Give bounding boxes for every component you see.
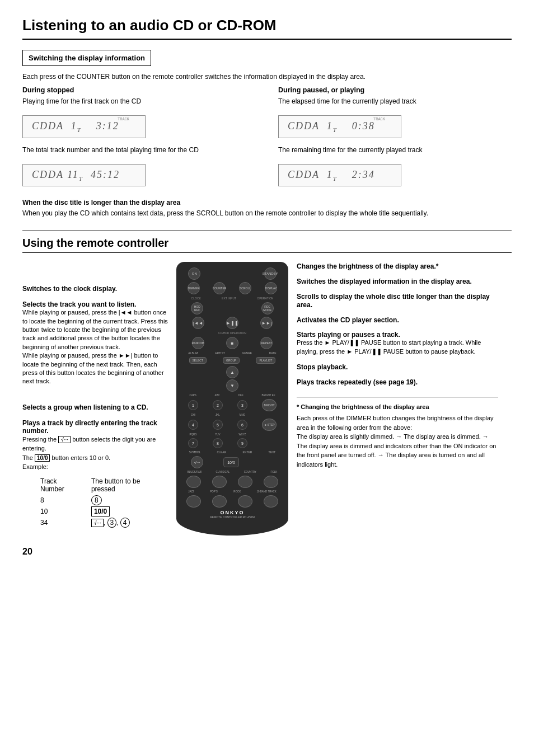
play-pause-button[interactable]: ►❚❚ <box>226 317 238 329</box>
remote-row-jazz-btns <box>181 495 284 508</box>
direct-track-label: Plays a track by directly entering the t… <box>22 419 168 435</box>
blues-button[interactable] <box>186 476 201 488</box>
remote-row-blues: BLUES/R&BCLASSICALCOUNTRYFOLK <box>181 471 284 473</box>
random-button[interactable]: RANDOM <box>192 337 204 349</box>
brightness-label: Changes the brightness of the display ar… <box>297 262 438 270</box>
select-track-annotation: Selects the track you want to listen. Wh… <box>22 300 168 386</box>
on-button[interactable]: ON <box>188 267 200 280</box>
page-title: Listening to an audio CD or CD-ROM <box>22 17 512 40</box>
standby-button[interactable]: STANDBY <box>264 267 277 280</box>
num-9-button[interactable]: 9 <box>237 438 247 448</box>
during-paused-heading: During paused, or playing <box>278 86 512 94</box>
direct-track-annotation: Plays a track by directly entering the t… <box>22 419 168 529</box>
dimmer-button[interactable]: DIMMER <box>188 282 200 294</box>
section-divider <box>22 231 512 231</box>
bright-button[interactable]: BRIGHT <box>262 399 277 411</box>
brand-label: ONKYO <box>181 510 284 515</box>
pops-button[interactable] <box>212 495 227 508</box>
remote-right-annotations: Changes the brightness of the display ar… <box>297 262 498 536</box>
remote-row-play: |◄◄ ►❚❚ ►►| <box>181 317 284 329</box>
remote-controller-section: Using the remote controller Switches to … <box>22 237 512 536</box>
track-col-number-header: Track Number <box>40 476 90 494</box>
direct-track-text: Pressing the ·/··· button selects the di… <box>22 435 168 472</box>
during-paused-desc2: The remaining time for the currently pla… <box>278 145 512 155</box>
num-8-button[interactable]: 8 <box>213 438 223 448</box>
remote-row-nav: ▲ ▼ <box>181 366 284 392</box>
activate-cd-annotation: Activates the CD player section. <box>297 316 498 324</box>
select-group-annotation: Selects a group when listening to a CD. <box>22 403 168 411</box>
remote-row-0: ·/··· 10/0 <box>181 456 284 468</box>
bandtrack-button[interactable] <box>264 495 278 508</box>
next-button[interactable]: ►►| <box>260 317 273 329</box>
num-6-button[interactable]: 6 <box>237 420 247 430</box>
brand-sub: REMOTE CONTROLLER RC-451M <box>181 515 284 519</box>
rec-mode-button[interactable]: REC MODE <box>261 302 274 314</box>
page-number: 20 <box>22 547 512 557</box>
display-text-stopped-2: CDDA 11T 45:12 <box>32 169 120 180</box>
during-stopped-desc2: The total track number and the total pla… <box>22 145 256 155</box>
num-7-button[interactable]: 7 <box>188 438 198 448</box>
select-button[interactable]: SELECT <box>189 357 207 364</box>
during-paused-desc1: The elapsed time for the currently playe… <box>278 96 512 106</box>
scroll-annotation: Scrolls to display the whole disc title … <box>297 292 498 309</box>
switching-display-box: Switching the display information <box>22 50 151 66</box>
remote-row-cdhdd: CD/HDD OPERATION <box>181 331 284 335</box>
display-text-paused-1: CDDA 1T 0:38 <box>288 120 375 132</box>
repeat-button[interactable]: REPEAT <box>260 337 273 349</box>
remote-row-rec: HOD REC REC MODE <box>181 302 284 314</box>
down-button[interactable]: ▼ <box>226 379 238 392</box>
remote-row-pqrs: PQRS TUV WXYZ <box>181 433 284 436</box>
up-button[interactable]: ▲ <box>226 366 238 378</box>
clock-display-annotation: Switches to the clock display. <box>22 284 168 293</box>
display-box-paused-2: CDDA 1T 2:34 <box>278 164 401 187</box>
switching-display-body: Each press of the COUNTER button on the … <box>22 72 512 82</box>
play-pause-text: Press the ► PLAY/❚❚ PAUSE button to star… <box>297 339 498 356</box>
remote-row-123: 1 2 3 BRIGHT <box>181 399 284 411</box>
num-4-button[interactable]: 4 <box>188 420 198 430</box>
scroll-button[interactable]: SCROLL <box>239 282 251 294</box>
select-group-label: Selects a group when listening to a CD. <box>22 403 148 411</box>
stop-annotation: Stops playback. <box>297 363 498 371</box>
disc-title-heading: When the disc title is longer than the d… <box>22 199 512 206</box>
track-col-button-header: The button to be pressed <box>91 476 167 494</box>
playlist-button[interactable]: PLAYLIST <box>256 357 275 364</box>
remote-row-select: SELECT GROUP PLAYLIST <box>181 357 284 364</box>
classical-button[interactable] <box>212 476 227 488</box>
jazz-button[interactable] <box>186 495 201 508</box>
display-button[interactable]: DISPLAY <box>265 282 277 294</box>
country-button[interactable] <box>238 476 252 488</box>
display-text-paused-2: CDDA 1T 2:34 <box>288 169 375 180</box>
hod-rec-button[interactable]: HOD REC <box>191 302 203 314</box>
num-10-button[interactable]: 10/0 <box>223 457 239 467</box>
num-2-button[interactable]: 2 <box>213 400 223 410</box>
remote-row-symbol: SYMBOLCLEARENTERTEXT <box>181 450 284 454</box>
stop-button[interactable]: ■ <box>226 337 238 349</box>
footnote-block: * Changing the brightness of the display… <box>297 397 498 469</box>
remote-row-dimmer: DIMMER COUNTER SCROLL DISPLAY <box>181 282 284 294</box>
remote-row-random: RANDOM ■ REPEAT <box>181 337 284 349</box>
footnote-text: Each press of the DIMMER button changes … <box>297 414 498 469</box>
num-5-button[interactable]: 5 <box>213 420 223 430</box>
brightness-annotation: Changes the brightness of the display ar… <box>297 262 498 270</box>
during-stopped-heading: During stopped <box>22 86 256 94</box>
num-3-button[interactable]: 3 <box>237 400 247 410</box>
scroll-label: Scrolls to display the whole disc title … <box>297 293 490 309</box>
repeat-annotation: Plays tracks repeatedly (see page 19). <box>297 378 498 386</box>
remote-row-genre-btns <box>181 476 284 488</box>
display-box-stopped-2: CDDA 11T 45:12 <box>22 164 146 187</box>
rock-button[interactable] <box>238 495 252 508</box>
slash-button[interactable]: ·/··· <box>191 456 203 468</box>
during-stopped-desc1: Playing time for the first track on the … <box>22 96 256 106</box>
switch-display-label: Switches the displayed information in th… <box>297 278 472 285</box>
remote-row-genre: ALBUMARTISTGENREDATE <box>181 351 284 355</box>
remote-body: ON STANDBY DIMMER COUNTER <box>176 262 288 536</box>
play-pause-annotation: Starts playing or pauses a track. Press … <box>297 331 498 356</box>
display-box-paused-1: TRACK CDDA 1T 0:38 <box>278 115 401 138</box>
backstep-button[interactable]: ◄ STEP <box>262 419 277 431</box>
num-1-button[interactable]: 1 <box>188 400 198 410</box>
prev-button[interactable]: |◄◄ <box>192 317 204 329</box>
folk-button[interactable] <box>264 476 278 488</box>
group-button[interactable]: GROUP <box>223 357 240 364</box>
counter-button[interactable]: COUNTER <box>213 282 226 294</box>
remote-row-ghi: GHI JKL MNO <box>181 414 284 416</box>
